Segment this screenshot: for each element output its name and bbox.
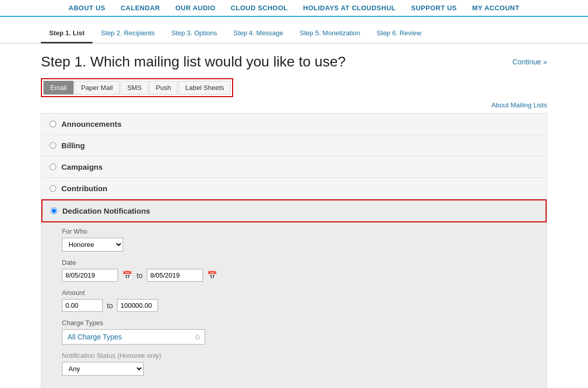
calendar-from-icon[interactable]: 📅 xyxy=(122,270,132,280)
nav-calendar[interactable]: CALENDAR xyxy=(121,4,160,12)
amount-to-text: to xyxy=(107,302,113,310)
amount-to-input[interactable] xyxy=(117,299,158,312)
date-label: Date xyxy=(62,259,536,266)
steps-nav: Step 1. List Step 2. Recipients Step 3. … xyxy=(0,17,588,43)
list-item-announcements[interactable]: Announcements xyxy=(41,113,547,135)
nav-support-us[interactable]: SUPPORT US xyxy=(411,4,457,12)
step-6-tab[interactable]: Step 6. Review xyxy=(369,25,429,43)
dedication-header[interactable]: Dedication Notifications xyxy=(41,199,547,222)
field-date: Date 📅 to 📅 xyxy=(62,259,536,282)
step-2-tab[interactable]: Step 2. Recipients xyxy=(93,25,163,43)
radio-announcements[interactable] xyxy=(50,121,56,127)
date-to-text: to xyxy=(137,271,143,280)
tab-push[interactable]: Push xyxy=(149,81,178,95)
field-charge-types: Charge Types All Charge Types Credit Car… xyxy=(62,319,536,345)
date-to-input[interactable] xyxy=(147,269,203,282)
radio-dedication[interactable] xyxy=(51,208,57,214)
list-item-campaigns[interactable]: Campaigns xyxy=(41,156,547,178)
list-item-billing[interactable]: Billing xyxy=(41,135,547,156)
date-row: 📅 to 📅 xyxy=(62,269,536,282)
channel-tabs: Email Paper Mail SMS Push Label Sheets xyxy=(41,78,233,97)
list-item-contribution[interactable]: Contribution xyxy=(41,178,547,199)
charge-types-select[interactable]: All Charge Types Credit Card Check Cash xyxy=(62,329,205,345)
continue-link[interactable]: Continue » xyxy=(512,58,547,66)
tab-label-sheets[interactable]: Label Sheets xyxy=(178,81,231,95)
tab-paper-mail[interactable]: Paper Mail xyxy=(75,81,120,95)
nav-my-account[interactable]: MY ACCOUNT xyxy=(472,4,519,12)
notification-status-note: (Honoree only) xyxy=(117,352,161,359)
nav-our-audio[interactable]: OUR AUDIO xyxy=(175,4,215,12)
step-3-tab[interactable]: Step 3. Options xyxy=(163,25,225,43)
charge-types-wrapper: All Charge Types Credit Card Check Cash xyxy=(62,329,205,345)
for-who-label: For Who xyxy=(62,227,536,235)
radio-campaigns[interactable] xyxy=(50,164,56,170)
field-for-who: For Who Honoree Donor Both xyxy=(62,227,536,252)
top-nav: ABOUT US CALENDAR OUR AUDIO CLOUD SCHOOL… xyxy=(0,0,588,17)
for-who-select[interactable]: Honoree Donor Both xyxy=(62,238,123,252)
field-notification-status: Notification Status (Honoree only) Any S… xyxy=(62,352,536,376)
step-5-tab[interactable]: Step 5. Monetization xyxy=(291,25,369,43)
step-1-tab[interactable]: Step 1. List xyxy=(41,25,93,43)
mailing-list: Announcements Billing Campaigns Contribu… xyxy=(41,113,547,388)
main-content: Step 1. Which mailing list would you lik… xyxy=(0,43,588,388)
notification-status-label: Notification Status (Honoree only) xyxy=(62,352,536,359)
label-campaigns: Campaigns xyxy=(61,163,103,171)
label-billing: Billing xyxy=(61,141,85,150)
label-announcements: Announcements xyxy=(61,120,122,128)
radio-contribution[interactable] xyxy=(50,185,56,192)
page-title: Step 1. Which mailing list would you lik… xyxy=(41,54,346,70)
amount-label: Amount xyxy=(62,289,536,296)
tab-email[interactable]: Email xyxy=(43,81,74,95)
radio-billing[interactable] xyxy=(50,142,56,149)
notification-status-select[interactable]: Any Sent Not Sent xyxy=(62,362,144,376)
nav-holidays[interactable]: HOLIDAYS AT CLOUDSHUL xyxy=(303,4,396,12)
field-amount: Amount to xyxy=(62,289,536,312)
about-mailing-lists-link[interactable]: About Mailing Lists xyxy=(41,101,547,109)
date-from-input[interactable] xyxy=(62,269,118,282)
dedication-details: For Who Honoree Donor Both Date 📅 to xyxy=(41,222,547,388)
calendar-to-icon[interactable]: 📅 xyxy=(207,270,217,280)
label-dedication: Dedication Notifications xyxy=(62,207,150,215)
nav-cloud-school[interactable]: CLOUD SCHOOL xyxy=(231,4,287,12)
charge-types-label: Charge Types xyxy=(62,319,536,327)
amount-from-input[interactable] xyxy=(62,299,103,312)
tab-sms[interactable]: SMS xyxy=(121,81,148,95)
amount-row: to xyxy=(62,299,536,312)
label-contribution: Contribution xyxy=(61,184,107,193)
list-item-dedication: Dedication Notifications For Who Honoree… xyxy=(41,199,547,388)
nav-about-us[interactable]: ABOUT US xyxy=(69,4,105,12)
step-4-tab[interactable]: Step 4. Message xyxy=(225,25,292,43)
page-header: Step 1. Which mailing list would you lik… xyxy=(41,54,547,70)
